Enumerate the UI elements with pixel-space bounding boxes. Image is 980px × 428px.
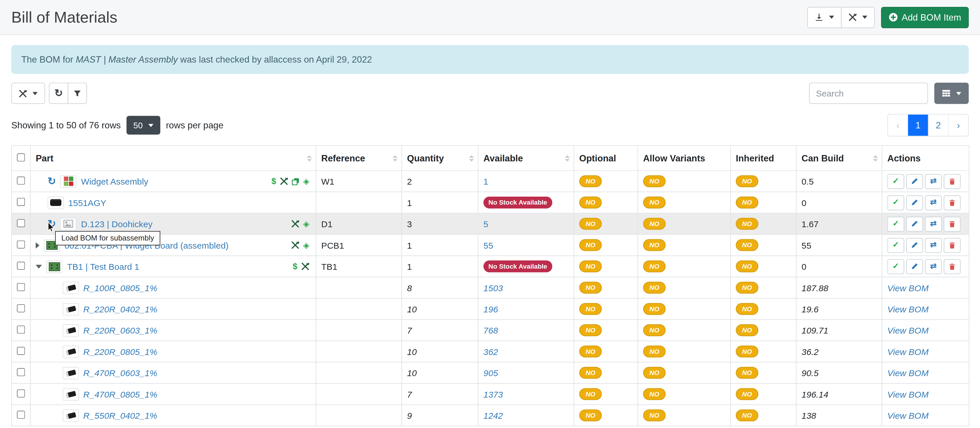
available-link[interactable]: 362 [484,347,498,357]
validate-bom-item-button[interactable]: ✓ [887,259,904,274]
previous-page-button[interactable]: ‹ [888,115,908,135]
part-link[interactable]: Widget Assembly [81,176,148,186]
available-link[interactable]: 1373 [484,389,503,399]
part-link[interactable]: D.123 | Doohickey [81,219,153,229]
next-page-button[interactable]: › [948,115,968,135]
part-thumbnail[interactable] [46,260,63,273]
page-size-button[interactable]: 50 [126,116,160,135]
edit-bom-item-button[interactable] [906,174,923,189]
row-checkbox[interactable] [17,368,25,376]
row-checkbox[interactable] [17,389,25,397]
row-checkbox[interactable] [17,304,25,312]
part-link[interactable]: R_470R_0805_1% [83,389,158,399]
collapse-caret-icon[interactable] [36,264,42,268]
part-thumbnail[interactable] [60,175,76,188]
available-link[interactable]: 1242 [484,410,503,420]
export-bom-button[interactable] [807,7,842,28]
part-link[interactable]: 1551AGY [68,197,106,208]
select-all-checkbox[interactable] [17,153,25,161]
delete-bom-item-button[interactable] [944,259,961,274]
column-header-reference[interactable]: Reference [316,145,402,170]
view-bom-link[interactable]: View BOM [887,410,928,420]
row-checkbox[interactable] [17,283,25,291]
part-thumbnail[interactable] [63,367,79,379]
part-thumbnail[interactable] [63,303,79,315]
pencil-icon [911,242,918,249]
part-cell: R_220R_0402_1% [30,298,316,319]
view-bom-link[interactable]: View BOM [887,347,928,357]
substitutes-button[interactable]: ⇄ [925,259,942,274]
edit-bom-item-button[interactable] [906,238,923,253]
column-header-available[interactable]: Available [478,145,574,170]
available-link[interactable]: 1503 [484,283,503,293]
row-checkbox[interactable] [17,261,25,269]
view-bom-link[interactable]: View BOM [887,304,928,314]
delete-bom-item-button[interactable] [944,238,961,253]
available-link[interactable]: 196 [484,304,498,314]
part-thumbnail[interactable] [60,218,76,230]
row-checkbox[interactable] [17,219,25,227]
page-button-2[interactable]: 2 [928,115,948,135]
view-bom-link[interactable]: View BOM [887,283,928,293]
part-thumbnail[interactable] [63,324,79,336]
edit-bom-item-button[interactable] [906,195,923,210]
substitutes-button[interactable]: ⇄ [925,216,942,231]
part-thumbnail[interactable] [63,409,79,422]
view-bom-link[interactable]: View BOM [887,325,928,335]
column-header-part[interactable]: Part [30,145,316,170]
part-thumbnail[interactable] [63,282,79,294]
page-button-1[interactable]: 1 [908,115,928,135]
substitutes-button[interactable]: ⇄ [925,238,942,253]
part-thumbnail[interactable] [63,388,79,400]
substitutes-button[interactable]: ⇄ [925,174,942,189]
available-link[interactable]: 905 [484,368,498,378]
column-header-quantity[interactable]: Quantity [402,145,478,170]
column-header-can-build[interactable]: Can Build [796,145,882,170]
view-bom-link[interactable]: View BOM [887,368,928,378]
available-link[interactable]: 768 [484,325,498,335]
columns-button[interactable] [934,83,969,104]
no-badge: NO [643,218,665,230]
row-checkbox[interactable] [17,347,25,355]
available-link[interactable]: 1 [484,176,488,186]
bom-actions-button[interactable] [841,7,875,28]
table-header-row: PartReferenceQuantityAvailableOptionalAl… [11,145,969,170]
row-checkbox[interactable] [17,240,25,248]
no-badge: NO [579,303,601,315]
delete-bom-item-button[interactable] [944,216,961,231]
part-link[interactable]: R_220R_0805_1% [83,347,158,357]
delete-bom-item-button[interactable] [944,174,961,189]
validate-bom-item-button[interactable]: ✓ [887,238,904,253]
edit-bom-item-button[interactable] [906,216,923,231]
available-link[interactable]: 5 [484,219,488,229]
part-link[interactable]: R_220R_0402_1% [83,304,158,314]
row-checkbox[interactable] [17,325,25,333]
edit-bom-item-button[interactable] [906,259,923,274]
row-checkbox[interactable] [17,410,25,418]
search-input[interactable] [809,83,928,104]
part-link[interactable]: R_220R_0603_1% [83,325,158,335]
refresh-table-button[interactable]: ↻ [49,83,69,104]
delete-bom-item-button[interactable] [944,195,961,210]
add-bom-item-button[interactable]: Add BOM Item [881,7,969,28]
load-sub-bom-icon[interactable]: ↻ [48,176,56,186]
available-link[interactable]: 55 [484,240,493,250]
part-link[interactable]: TB1 | Test Board 1 [67,261,139,272]
available-cell: 1503 [478,277,574,298]
bom-options-button[interactable] [11,83,45,104]
validate-bom-item-button[interactable]: ✓ [887,174,904,189]
validate-bom-item-button[interactable]: ✓ [887,216,904,231]
row-checkbox[interactable] [17,176,25,184]
no-badge: NO [643,345,665,358]
part-thumbnail[interactable] [63,345,79,358]
row-checkbox[interactable] [17,197,25,206]
part-link[interactable]: R_550R_0402_1% [83,410,158,420]
filter-button[interactable] [68,83,87,104]
part-link[interactable]: R_100R_0805_1% [83,283,158,293]
validate-bom-item-button[interactable]: ✓ [887,195,904,210]
part-thumbnail[interactable] [48,196,64,208]
substitutes-button[interactable]: ⇄ [925,195,942,210]
view-bom-link[interactable]: View BOM [887,389,928,399]
expand-caret-icon[interactable] [36,242,40,248]
part-link[interactable]: R_470R_0603_1% [83,368,158,378]
